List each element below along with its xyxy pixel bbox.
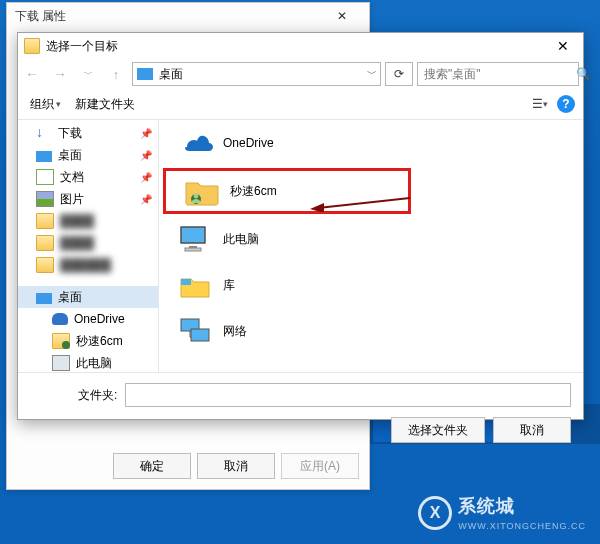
up-icon[interactable]: ↑ (104, 62, 128, 86)
network-icon (177, 315, 213, 347)
sidebar-item-documents[interactable]: 文档📌 (18, 166, 158, 188)
folder-picker-window: 选择一个目标 ✕ ← → ﹀ ↑ ﹀ ⟳ 🔍 组织 ▾ 新建文件夹 (17, 32, 584, 420)
watermark-brand: 系统城 (458, 496, 515, 516)
svg-rect-5 (185, 248, 201, 251)
search-input[interactable] (418, 63, 576, 85)
history-dropdown-icon[interactable]: ﹀ (76, 62, 100, 86)
list-item-user-folder[interactable]: 秒速6cm (163, 168, 411, 214)
svg-rect-2 (181, 227, 205, 243)
svg-rect-6 (181, 279, 191, 285)
watermark-domain: WWW.XITONGCHENG.CC (458, 521, 586, 531)
sidebar-item-thispc[interactable]: 此电脑 (18, 352, 158, 372)
close-icon[interactable]: ✕ (543, 33, 583, 59)
sidebar-item-desktop-root[interactable]: 桌面 (18, 286, 158, 308)
back-icon: ← (20, 62, 44, 86)
pin-icon: 📌 (140, 150, 152, 161)
select-folder-button[interactable]: 选择文件夹 (391, 417, 485, 443)
watermark: X 系统城 WWW.XITONGCHENG.CC (418, 494, 586, 532)
svg-rect-8 (191, 329, 209, 341)
sidebar-item-desktop[interactable]: 桌面📌 (18, 144, 158, 166)
address-bar[interactable]: ﹀ (132, 62, 381, 86)
this-pc-icon (177, 223, 213, 255)
desktop-icon (36, 151, 52, 162)
chevron-down-icon[interactable]: ﹀ (364, 67, 380, 81)
folder-label: 文件夹: (78, 387, 117, 404)
libraries-icon (177, 269, 213, 301)
picker-title: 选择一个目标 (46, 38, 118, 55)
cancel-button[interactable]: 取消 (493, 417, 571, 443)
sidebar-item-blurred[interactable]: ████ (18, 232, 158, 254)
folder-icon (36, 235, 54, 251)
navigation-sidebar: 下载📌 桌面📌 文档📌 图片📌 ████ ████ ██████ 桌面 OneD… (18, 120, 159, 372)
forward-icon: → (48, 62, 72, 86)
search-icon[interactable]: 🔍 (576, 67, 591, 81)
onedrive-icon (52, 313, 68, 325)
onedrive-icon (177, 127, 213, 159)
file-list: OneDrive 秒速6cm 此电脑 (159, 120, 583, 372)
user-folder-icon (184, 175, 220, 207)
list-item-onedrive[interactable]: OneDrive (159, 120, 583, 166)
folder-icon (24, 38, 40, 54)
sidebar-item-user[interactable]: 秒速6cm (18, 330, 158, 352)
this-pc-icon (52, 355, 70, 371)
address-input[interactable] (157, 63, 364, 85)
search-box[interactable]: 🔍 (417, 62, 579, 86)
folder-input[interactable] (125, 383, 571, 407)
svg-point-1 (194, 194, 199, 199)
sidebar-item-pictures[interactable]: 图片📌 (18, 188, 158, 210)
new-folder-button[interactable]: 新建文件夹 (71, 94, 139, 115)
chevron-down-icon: ▾ (56, 99, 61, 109)
sidebar-item-onedrive[interactable]: OneDrive (18, 308, 158, 330)
folder-icon (36, 257, 54, 273)
pin-icon: 📌 (140, 194, 152, 205)
list-item-libraries[interactable]: 库 (159, 262, 583, 308)
apply-button: 应用(A) (281, 453, 359, 479)
sidebar-item-downloads[interactable]: 下载📌 (18, 122, 158, 144)
ok-button[interactable]: 确定 (113, 453, 191, 479)
sidebar-item-blurred[interactable]: ██████ (18, 254, 158, 276)
desktop-icon (36, 293, 52, 304)
downloads-icon (36, 126, 52, 140)
folder-icon (36, 213, 54, 229)
cancel-button[interactable]: 取消 (197, 453, 275, 479)
organize-menu[interactable]: 组织 ▾ (26, 94, 65, 115)
pictures-icon (36, 191, 54, 207)
help-icon[interactable]: ? (557, 95, 575, 113)
view-options-icon[interactable]: ☰▾ (529, 93, 551, 115)
pin-icon: 📌 (140, 172, 152, 183)
desktop-icon (137, 68, 153, 80)
list-item-thispc[interactable]: 此电脑 (159, 216, 583, 262)
properties-title: 下载 属性 (15, 3, 66, 29)
list-item-network[interactable]: 网络 (159, 308, 583, 354)
refresh-icon[interactable]: ⟳ (385, 62, 413, 86)
documents-icon (36, 169, 54, 185)
pin-icon: 📌 (140, 128, 152, 139)
user-folder-icon (52, 333, 70, 349)
sidebar-item-blurred[interactable]: ████ (18, 210, 158, 232)
close-icon[interactable]: ✕ (323, 3, 361, 29)
